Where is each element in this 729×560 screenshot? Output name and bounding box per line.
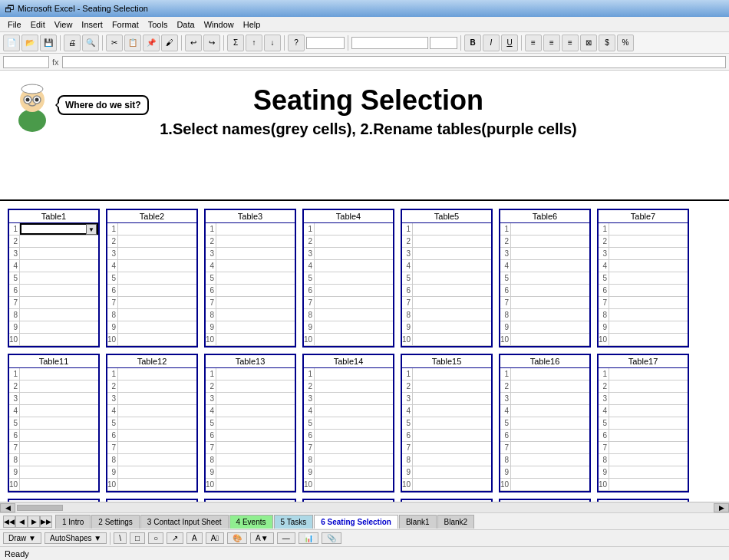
table-cell[interactable] <box>413 309 491 321</box>
italic-btn[interactable]: I <box>483 35 500 51</box>
sheet-tab-blank2[interactable]: Blank2 <box>437 515 475 529</box>
table-cell[interactable] <box>315 260 393 272</box>
table-box-table2[interactable]: Table212345678910 <box>106 209 198 348</box>
table-cell[interactable] <box>118 417 196 429</box>
redo-btn[interactable]: ↪ <box>203 35 220 51</box>
sheet-nav-first[interactable]: ◀◀ <box>3 516 15 528</box>
table-cell[interactable] <box>216 223 295 235</box>
table-cell[interactable] <box>315 454 393 466</box>
table-cell[interactable] <box>118 309 196 321</box>
chart-tool[interactable]: 📊 <box>299 532 318 544</box>
sheet-tab-tasks[interactable]: 5 Tasks <box>274 515 314 529</box>
table-header-table22[interactable]: Table22 <box>107 500 196 502</box>
table-cell[interactable] <box>118 368 196 380</box>
sheet-tab-blank1[interactable]: Blank1 <box>399 515 437 529</box>
table-cell[interactable] <box>413 405 491 417</box>
table-cell[interactable] <box>609 321 688 333</box>
table-header-table23[interactable]: Table23 <box>206 500 295 502</box>
table-header-table6[interactable]: Table6 <box>500 210 589 223</box>
table-box-table26[interactable]: Table2612345678910 <box>499 499 591 502</box>
arrow-tool[interactable]: ↗ <box>167 532 183 544</box>
copy-btn[interactable]: 📋 <box>124 35 141 51</box>
table-cell[interactable] <box>118 430 196 441</box>
table-cell[interactable] <box>609 368 688 380</box>
table-box-table16[interactable]: Table1612345678910 <box>499 354 591 492</box>
table-box-table6[interactable]: Table612345678910 <box>499 209 591 348</box>
table-cell[interactable] <box>118 405 196 417</box>
table-cell[interactable] <box>609 248 688 259</box>
line-tool[interactable]: \ <box>114 532 127 544</box>
table-cell[interactable] <box>609 405 688 417</box>
table-cell[interactable] <box>315 334 393 345</box>
table-header-table3[interactable]: Table3 <box>206 210 295 223</box>
table-cell[interactable] <box>216 285 295 296</box>
table-cell[interactable] <box>511 454 589 466</box>
menu-edit[interactable]: Edit <box>26 19 50 30</box>
table-cell[interactable] <box>511 442 589 453</box>
table-cell[interactable] <box>20 393 98 404</box>
table-cell[interactable] <box>118 260 196 272</box>
table-cell[interactable] <box>413 223 491 235</box>
menu-insert[interactable]: Insert <box>77 19 107 30</box>
table-cell[interactable] <box>609 334 688 345</box>
draw-btn[interactable]: Draw ▼ <box>3 532 41 544</box>
table-cell[interactable] <box>511 236 589 247</box>
table-cell[interactable] <box>315 442 393 453</box>
font-input[interactable]: Calibri <box>351 37 428 49</box>
table-cell[interactable] <box>216 405 295 417</box>
table-cell[interactable] <box>20 405 98 417</box>
table-cell[interactable] <box>118 334 196 345</box>
table-cell[interactable] <box>20 260 98 272</box>
save-btn[interactable]: 💾 <box>40 35 57 51</box>
table-cell[interactable] <box>315 321 393 333</box>
table-cell[interactable] <box>511 321 589 333</box>
table-cell[interactable] <box>216 368 295 380</box>
table-cell[interactable] <box>118 454 196 466</box>
help-btn[interactable]: ? <box>288 35 305 51</box>
table-cell[interactable] <box>315 236 393 247</box>
table-cell[interactable] <box>609 466 688 478</box>
table-cell[interactable] <box>216 272 295 284</box>
table-cell[interactable] <box>609 380 688 392</box>
table-box-table23[interactable]: Table2312345678910 <box>204 499 296 502</box>
sheet-nav-prev[interactable]: ◀ <box>15 516 28 528</box>
print-btn[interactable]: 🖨 <box>64 35 81 51</box>
table-cell[interactable] <box>20 321 98 333</box>
table-cell[interactable] <box>216 393 295 404</box>
table-cell[interactable] <box>118 297 196 308</box>
table-cell[interactable] <box>413 442 491 453</box>
table-cell[interactable] <box>413 272 491 284</box>
table-cell[interactable] <box>315 380 393 392</box>
table-box-table7[interactable]: Table712345678910 <box>597 209 689 348</box>
table-box-table1[interactable]: Table11▼2345678910 <box>8 209 100 348</box>
table-cell[interactable] <box>216 479 295 490</box>
table-box-table15[interactable]: Table1512345678910 <box>401 354 493 492</box>
table-cell[interactable] <box>315 223 393 235</box>
table-cell[interactable] <box>216 248 295 259</box>
table-box-table13[interactable]: Table1312345678910 <box>204 354 296 492</box>
table-cell[interactable] <box>315 405 393 417</box>
table-header-table17[interactable]: Table17 <box>599 355 688 368</box>
table-cell[interactable] <box>20 297 98 308</box>
table-header-table26[interactable]: Table26 <box>500 500 589 502</box>
wordart-tool[interactable]: A⃝ <box>206 532 224 544</box>
table-cell[interactable] <box>118 272 196 284</box>
table-cell[interactable] <box>20 479 98 490</box>
table-header-table27[interactable]: Table27 <box>599 500 688 502</box>
table-box-table5[interactable]: Table512345678910 <box>401 209 493 348</box>
currency-btn[interactable]: $ <box>599 35 615 51</box>
align-right-btn[interactable]: ≡ <box>562 35 579 51</box>
clip-tool[interactable]: 📎 <box>322 532 341 544</box>
table-cell[interactable] <box>315 297 393 308</box>
menu-file[interactable]: File <box>3 19 26 30</box>
table-header-table4[interactable]: Table4 <box>304 210 393 223</box>
table-cell[interactable] <box>609 442 688 453</box>
format-painter-btn[interactable]: 🖌 <box>161 35 178 51</box>
table-cell[interactable] <box>216 380 295 392</box>
table-header-table24[interactable]: Table24 <box>304 500 393 502</box>
table-cell[interactable] <box>609 454 688 466</box>
table-box-table11[interactable]: Table1112345678910 <box>8 354 100 492</box>
table-cell[interactable] <box>511 297 589 308</box>
table-cell[interactable] <box>609 272 688 284</box>
table-cell[interactable] <box>20 334 98 345</box>
